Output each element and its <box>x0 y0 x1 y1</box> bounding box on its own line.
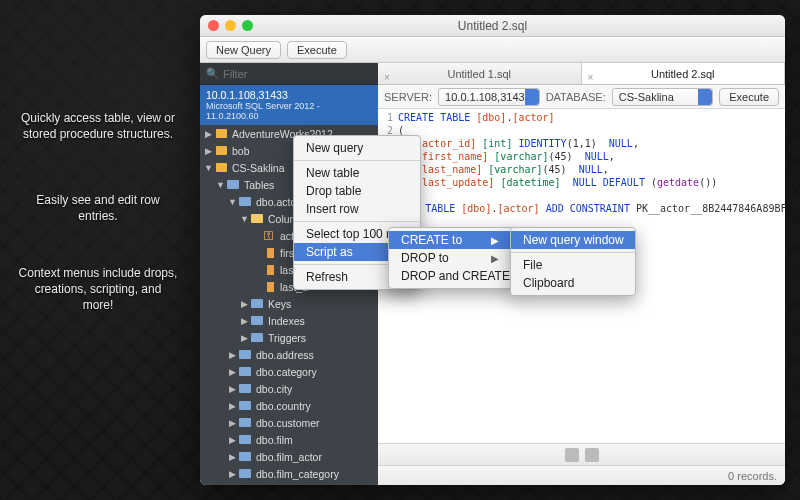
script-target-submenu: New query window File Clipboard <box>510 227 636 296</box>
record-count: 0 records. <box>728 470 777 482</box>
promo-text-3: Context menus include drops, creations, … <box>18 265 178 314</box>
execute-button[interactable]: Execute <box>287 41 347 59</box>
new-query-button[interactable]: New Query <box>206 41 281 59</box>
promo-text-2: Easily see and edit row entries. <box>18 192 178 224</box>
tab-untitled-2[interactable]: ×Untitled 2.sql <box>582 63 786 84</box>
table-node[interactable]: ▶dbo.city <box>200 380 378 397</box>
connection-header[interactable]: 10.0.1.108,31433 Microsoft SQL Server 20… <box>200 85 378 125</box>
table-node[interactable]: ▶dbo.film_actor <box>200 448 378 465</box>
triggers-folder[interactable]: ▶Triggers <box>200 329 378 346</box>
keys-folder[interactable]: ▶Keys <box>200 295 378 312</box>
database-select[interactable]: CS-Saklina <box>612 88 714 106</box>
window-title: Untitled 2.sql <box>200 19 785 33</box>
promo-text-1: Quickly access table, view or stored pro… <box>18 110 178 142</box>
connection-host: 10.0.1.108,31433 <box>206 89 372 101</box>
tab-untitled-1[interactable]: ×Untitled 1.sql <box>378 63 582 84</box>
server-label: SERVER: <box>384 91 432 103</box>
ctx-insert-row[interactable]: Insert row <box>294 200 420 218</box>
ctx-drop-table[interactable]: Drop table <box>294 182 420 200</box>
ctx-new-query-window[interactable]: New query window <box>511 231 635 249</box>
chevron-right-icon: ▶ <box>491 253 499 264</box>
server-select[interactable]: 10.0.1.108,31433 <box>438 88 540 106</box>
table-node[interactable]: ▶dbo.country <box>200 397 378 414</box>
table-node[interactable]: ▶dbo.film <box>200 431 378 448</box>
ctx-new-table[interactable]: New table <box>294 164 420 182</box>
table-node[interactable]: ▶dbo.customer <box>200 414 378 431</box>
indexes-folder[interactable]: ▶Indexes <box>200 312 378 329</box>
server-bar: SERVER: 10.0.1.108,31433 DATABASE: CS-Sa… <box>378 85 785 109</box>
close-icon[interactable]: × <box>588 67 594 89</box>
filter-input[interactable] <box>223 68 372 80</box>
search-icon: 🔍 <box>206 67 219 80</box>
ctx-file[interactable]: File <box>511 256 635 274</box>
status-bar: 0 records. <box>378 465 785 485</box>
ctx-clipboard[interactable]: Clipboard <box>511 274 635 292</box>
editor-tabs: ×Untitled 1.sql ×Untitled 2.sql <box>378 63 785 85</box>
results-toolbar <box>378 443 785 465</box>
script-as-submenu: CREATE to▶ DROP to▶ DROP and CREATE to▶ <box>388 227 516 289</box>
titlebar: Untitled 2.sql <box>200 15 785 37</box>
table-node[interactable]: ▶dbo.film_text <box>200 482 378 485</box>
ctx-new-query[interactable]: New query <box>294 139 420 157</box>
execute-tab-button[interactable]: Execute <box>719 88 779 106</box>
database-label: DATABASE: <box>546 91 606 103</box>
connection-sub: Microsoft SQL Server 2012 - 11.0.2100.60 <box>206 101 372 121</box>
ctx-drop-to[interactable]: DROP to▶ <box>389 249 515 267</box>
sidebar-search[interactable]: 🔍 <box>200 63 378 85</box>
toolbar: New Query Execute <box>200 37 785 63</box>
table-node[interactable]: ▶dbo.film_category <box>200 465 378 482</box>
close-icon[interactable]: × <box>384 67 390 89</box>
chevron-right-icon: ▶ <box>491 235 499 246</box>
table-node[interactable]: ▶dbo.category <box>200 363 378 380</box>
table-node[interactable]: ▶dbo.address <box>200 346 378 363</box>
grid-view-icon[interactable] <box>565 448 579 462</box>
ctx-create-to[interactable]: CREATE to▶ <box>389 231 515 249</box>
ctx-drop-create-to[interactable]: DROP and CREATE to▶ <box>389 267 515 285</box>
text-view-icon[interactable] <box>585 448 599 462</box>
